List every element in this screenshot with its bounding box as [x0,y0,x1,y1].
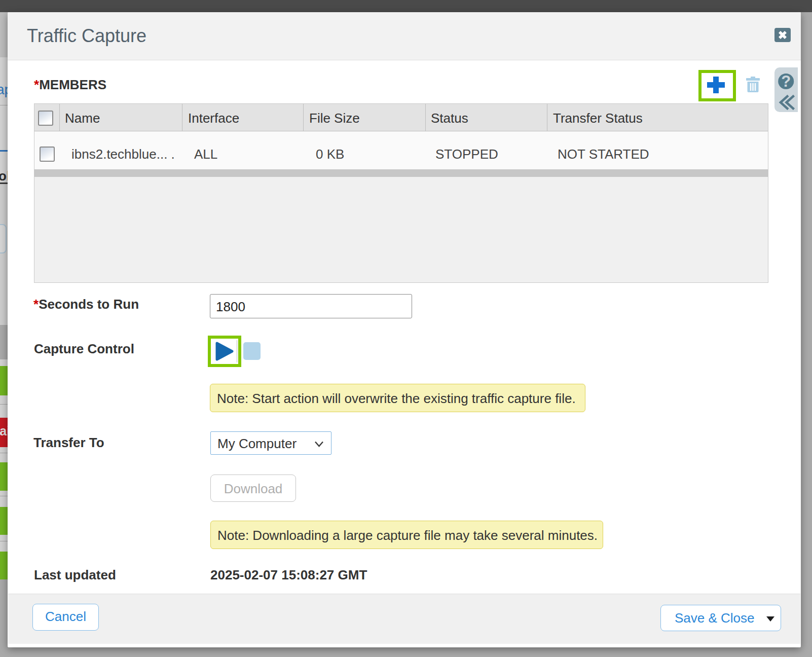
svg-text:?: ? [781,72,791,90]
